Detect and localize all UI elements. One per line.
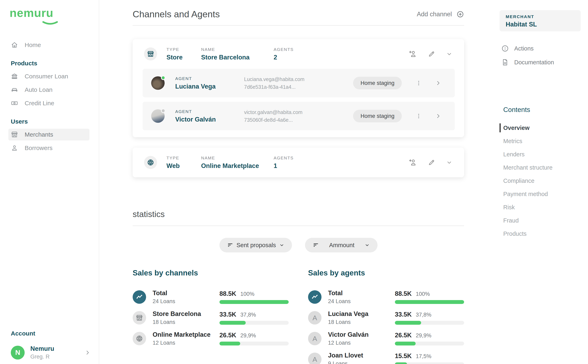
actions-button[interactable]: Actions [501, 44, 581, 53]
edit-icon[interactable] [428, 159, 435, 166]
sidebar-item-home[interactable]: Home [8, 39, 89, 51]
person-icon [11, 144, 18, 152]
progress-bar [395, 362, 464, 364]
edit-icon[interactable] [428, 50, 435, 58]
storefront-icon [136, 314, 143, 321]
sidebar-item-borrowers[interactable]: Borrowers [8, 142, 89, 154]
channel-type: Web [166, 162, 201, 169]
stat-value: 26.5K [395, 332, 412, 339]
contents-item-products[interactable]: Products [503, 230, 581, 238]
sidebar-heading-users: Users [8, 118, 99, 125]
chevron-down-icon [279, 243, 284, 247]
chevron-right-icon[interactable] [435, 80, 441, 86]
trend-icon [311, 293, 318, 301]
stat-row-total: Total 24 Loans 88.5K 100% [308, 287, 464, 307]
actions-dots-circle-icon [501, 45, 509, 52]
contents-list: Overview Metrics Lenders Merchant struct… [500, 124, 581, 238]
contents-item-merchant-structure[interactable]: Merchant structure [503, 163, 581, 172]
sidebar-item-label: Borrowers [25, 144, 53, 151]
stat-loans: 24 Loans [328, 298, 395, 305]
documentation-label: Documentation [514, 59, 554, 66]
sales-by-channels: Sales by channels Total 24 Loans 88.5K 1… [133, 269, 289, 364]
contents-item-lenders[interactable]: Lenders [503, 150, 581, 158]
sidebar-item-credit-line[interactable]: Credit Line [8, 97, 89, 109]
chevron-down-icon[interactable] [446, 159, 452, 166]
stat-percent: 29,9% [416, 332, 431, 339]
stat-name: Online Marketplace [153, 331, 219, 338]
add-agent-icon[interactable] [408, 50, 417, 58]
channel-name: Store Barcelona [201, 54, 274, 61]
contents-item-compliance[interactable]: Compliance [503, 177, 581, 185]
contents-item-payment-method[interactable]: Payment method [503, 190, 581, 198]
contents-item-overview[interactable]: Overview [503, 124, 581, 132]
name-label: NAME [201, 47, 274, 52]
contents-item-fraud[interactable]: Fraud [503, 216, 581, 225]
agent-label: AGENT [175, 76, 244, 81]
stat-value: 88.5K [219, 290, 236, 297]
filter-ammount[interactable]: Ammount [305, 238, 377, 253]
stat-row-victor-galvan: A Victor Galván 12 Loans 26.5K 29,9% [308, 329, 464, 348]
add-agent-icon[interactable] [408, 158, 417, 167]
stat-value: 33.5K [395, 311, 412, 318]
documentation-button[interactable]: Documentation [501, 58, 581, 67]
sidebar-item-consumer-loan[interactable]: Consumer Loan [8, 71, 89, 82]
document-icon [501, 58, 509, 66]
channel-card-header: TYPE Web NAME Online Marketplace AGENTS … [133, 148, 464, 177]
type-label: TYPE [166, 47, 201, 52]
agent-label: AGENT [175, 109, 244, 114]
more-options-icon[interactable] [415, 113, 422, 119]
sidebar-item-auto-loan[interactable]: Auto Loan [8, 84, 89, 96]
actions-label: Actions [514, 45, 534, 52]
merchant-name: Habitat SL [506, 21, 581, 28]
agents-label: AGENTS [274, 47, 408, 52]
stat-percent: 37,8% [240, 312, 256, 318]
agent-tag[interactable]: Home staging [353, 77, 402, 89]
chevron-right-icon[interactable] [435, 113, 441, 119]
agent-row-victor-galvan[interactable]: AGENT Victor Galván victor.galvan@habita… [143, 102, 455, 130]
bank-icon [11, 73, 18, 80]
chevron-down-icon[interactable] [446, 51, 452, 57]
contents-item-metrics[interactable]: Metrics [503, 137, 581, 145]
filter-sent-proposals[interactable]: Sent proposals [219, 238, 292, 253]
statistics-divider [133, 226, 464, 226]
stat-loans: 12 Loans [153, 340, 219, 346]
sidebar-item-merchants[interactable]: Merchants [8, 129, 89, 140]
stat-value: 33.5K [219, 311, 236, 318]
add-channel-button[interactable]: Add channel [417, 10, 464, 18]
agent-name: Luciana Vega [175, 83, 244, 90]
trend-icon [136, 293, 143, 301]
more-options-icon[interactable] [415, 80, 422, 86]
logo-smile-arc [42, 21, 58, 25]
chevron-down-icon [365, 243, 370, 247]
type-label: TYPE [166, 156, 201, 160]
contents-heading: Contents [503, 106, 581, 114]
contents-item-risk[interactable]: Risk [503, 203, 581, 211]
stat-row-store-barcelona: Store Barcelona 18 Loans 33.5K 37,8% [133, 308, 289, 327]
stat-row-luciana-vega: A Luciana Vega 18 Loans 33.5K 37,8% [308, 308, 464, 327]
agent-id: 7d6e531a-f63a-41a4... [244, 83, 334, 91]
left-sidebar: nemuru Home Products Consumer Loan Auto … [0, 0, 99, 364]
sales-by-agents: Sales by agents Total 24 Loans 88.5K 100… [308, 269, 464, 364]
stat-row-total: Total 24 Loans 88.5K 100% [133, 287, 289, 307]
stat-row-joan-llovet: A Joan Llovet 9 Loans 15.5K 17,5% [308, 350, 464, 364]
stat-value: 88.5K [395, 290, 412, 297]
page-title: Channels and Agents [133, 9, 220, 20]
stat-loans: 18 Loans [328, 319, 395, 325]
offline-status-dot [161, 109, 165, 113]
agent-tag[interactable]: Home staging [353, 110, 402, 122]
channel-card-online-marketplace: TYPE Web NAME Online Marketplace AGENTS … [133, 148, 464, 177]
nemuru-logo[interactable]: nemuru [10, 6, 63, 20]
progress-bar [219, 300, 289, 304]
filter-icon [227, 242, 233, 248]
chevron-right-icon[interactable] [85, 350, 91, 356]
account-row[interactable]: N Nemuru Greg. R [8, 345, 91, 360]
stat-percent: 17,5% [416, 353, 431, 359]
stat-name: Victor Galván [328, 331, 395, 338]
channel-card-store-barcelona: TYPE Store NAME Store Barcelona AGENTS 2 [133, 39, 464, 137]
sidebar-nav: Home Products Consumer Loan Auto Loan Cr… [0, 39, 99, 154]
agents-label: AGENTS [274, 156, 408, 160]
account-heading: Account [8, 330, 91, 337]
add-channel-label: Add channel [417, 11, 452, 18]
agent-row-luciana-vega[interactable]: AGENT Luciana Vega Luciana.vega@habita.c… [143, 69, 455, 97]
stat-name: Total [153, 289, 219, 297]
